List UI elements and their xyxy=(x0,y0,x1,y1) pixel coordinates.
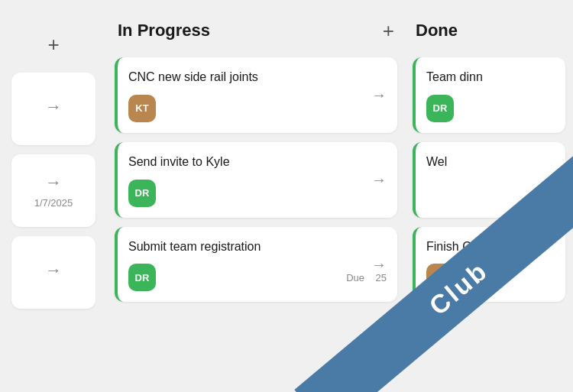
card-finish-cad-title: Finish CAD xyxy=(426,239,555,255)
card-wel-title: Wel xyxy=(426,154,555,170)
avatar-dr-1: DR xyxy=(128,180,156,207)
kanban-board: + → → 1/7/2025 → In Progress + CNC new s… xyxy=(0,0,573,392)
left-arrow-2[interactable]: → xyxy=(45,173,62,193)
avatar-kt-1: KT xyxy=(128,95,156,122)
avatar-dr-3: DR xyxy=(426,95,454,122)
left-date-2: 1/7/2025 xyxy=(34,197,73,209)
left-column: + → → 1/7/2025 → xyxy=(0,0,107,392)
card-registration-arrow[interactable]: → xyxy=(371,255,387,273)
left-add-button[interactable]: + xyxy=(47,34,59,54)
left-card-1: → xyxy=(11,73,96,145)
card-invite: Send invite to Kyle → DR xyxy=(115,142,397,218)
left-arrow-3[interactable]: → xyxy=(45,261,62,280)
center-column-title: In Progress xyxy=(118,21,210,40)
center-column-header: In Progress + xyxy=(115,0,397,57)
card-finish-cad: Finish CAD KT xyxy=(413,227,565,303)
right-column-title: Done xyxy=(416,21,458,40)
card-cnc-footer: KT xyxy=(128,95,387,122)
card-cnc-title: CNC new side rail joints xyxy=(128,70,387,86)
left-card-3: → xyxy=(11,236,96,309)
right-column-header: Done xyxy=(413,0,565,57)
left-card-2: → 1/7/2025 xyxy=(11,154,96,227)
card-registration-title: Submit team registration xyxy=(128,239,387,255)
card-registration-due: Due 25 xyxy=(346,272,387,283)
avatar-kt-2: KT xyxy=(426,264,454,291)
card-invite-title: Send invite to Kyle xyxy=(128,154,387,170)
card-registration: Submit team registration → DR Due 25 xyxy=(115,227,397,303)
card-team-dinner-title: Team dinn xyxy=(426,70,555,86)
center-column: In Progress + CNC new side rail joints →… xyxy=(107,0,405,392)
card-cnc: CNC new side rail joints → KT xyxy=(115,57,397,133)
card-team-dinner: Team dinn DR xyxy=(413,57,565,133)
card-cnc-arrow[interactable]: → xyxy=(371,86,387,104)
card-invite-footer: DR xyxy=(128,180,387,207)
avatar-dr-2: DR xyxy=(128,264,156,291)
card-registration-footer: DR Due 25 xyxy=(128,264,387,291)
right-column: Done Team dinn DR Wel Finish CAD KT xyxy=(405,0,573,392)
left-arrow-1[interactable]: → xyxy=(45,97,62,117)
card-invite-arrow[interactable]: → xyxy=(371,171,387,189)
card-finish-cad-footer: KT xyxy=(426,264,555,291)
center-add-button[interactable]: + xyxy=(383,21,394,40)
card-team-dinner-footer: DR xyxy=(426,95,555,122)
card-wel: Wel xyxy=(413,142,565,218)
